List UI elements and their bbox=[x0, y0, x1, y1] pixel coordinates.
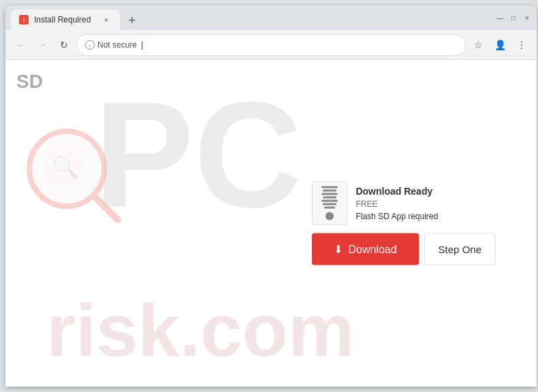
tab-bar: ! Install Required × + bbox=[11, 5, 496, 30]
therm-line-5 bbox=[321, 200, 338, 202]
address-icons: ☆ 👤 ⋮ bbox=[469, 35, 531, 54]
bookmark-icon[interactable]: ☆ bbox=[469, 35, 488, 54]
new-tab-button[interactable]: + bbox=[123, 11, 142, 30]
app-icon-graphic bbox=[321, 186, 338, 220]
therm-bulb bbox=[326, 212, 334, 220]
therm-line-7 bbox=[324, 207, 335, 209]
close-window-button[interactable]: × bbox=[523, 14, 531, 22]
browser-tab[interactable]: ! Install Required × bbox=[11, 10, 120, 30]
page-content: 🔍 PC risk.com SD bbox=[5, 60, 537, 387]
download-arrow-icon: ⬇ bbox=[334, 243, 343, 256]
app-requirement: Flash SD App required bbox=[355, 212, 438, 221]
address-bar: ← → ↻ i Not secure | ☆ 👤 ⋮ bbox=[5, 30, 537, 60]
therm-line-4 bbox=[323, 197, 336, 199]
info-icon: i bbox=[85, 40, 95, 50]
download-panel: Download Ready FREE Flash SD App require… bbox=[312, 182, 496, 265]
refresh-button[interactable]: ↻ bbox=[54, 35, 74, 54]
app-title: Download Ready bbox=[355, 186, 438, 197]
browser-window: ! Install Required × + — □ × ← → ↻ i Not… bbox=[5, 5, 537, 387]
app-icon bbox=[312, 182, 347, 225]
therm-line-3 bbox=[321, 193, 338, 195]
download-button-label: Download bbox=[348, 243, 396, 255]
watermark-pc: PC bbox=[94, 80, 302, 230]
svg-text:🔍: 🔍 bbox=[52, 154, 79, 180]
maximize-button[interactable]: □ bbox=[509, 14, 518, 22]
url-text: | bbox=[141, 39, 143, 50]
tab-close-button[interactable]: × bbox=[101, 14, 112, 25]
minimize-button[interactable]: — bbox=[496, 14, 504, 22]
step-one-button[interactable]: Step One bbox=[424, 233, 496, 265]
therm-line-6 bbox=[323, 203, 336, 206]
svg-text:i: i bbox=[89, 42, 91, 48]
tab-favicon: ! bbox=[19, 15, 29, 24]
window-controls: — □ × bbox=[496, 14, 531, 22]
app-price: FREE bbox=[355, 199, 438, 209]
url-bar[interactable]: i Not secure | bbox=[76, 34, 466, 56]
app-info: Download Ready FREE Flash SD App require… bbox=[312, 182, 438, 225]
back-button[interactable]: ← bbox=[11, 35, 30, 54]
sd-logo: SD bbox=[16, 71, 43, 93]
forward-button[interactable]: → bbox=[33, 35, 52, 54]
download-button[interactable]: ⬇ Download bbox=[312, 233, 418, 265]
security-indicator: i Not secure bbox=[85, 40, 137, 50]
therm-line-1 bbox=[321, 186, 338, 189]
menu-icon[interactable]: ⋮ bbox=[512, 35, 531, 54]
app-details: Download Ready FREE Flash SD App require… bbox=[355, 186, 438, 221]
security-label: Not secure bbox=[97, 40, 137, 50]
watermark-risk: risk.com bbox=[46, 287, 354, 373]
tab-title: Install Required bbox=[34, 15, 91, 24]
action-buttons: ⬇ Download Step One bbox=[312, 233, 496, 265]
title-bar: ! Install Required × + — □ × bbox=[5, 5, 537, 30]
therm-line-2 bbox=[323, 190, 336, 192]
profile-icon[interactable]: 👤 bbox=[490, 35, 509, 54]
